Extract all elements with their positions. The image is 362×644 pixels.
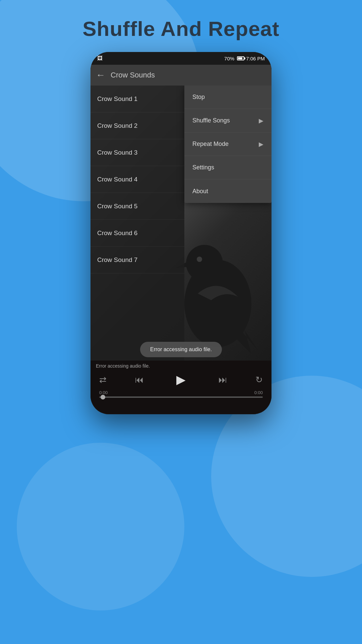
progress-thumb[interactable] <box>101 395 105 399</box>
song-item-label-1: Crow Sound 1 <box>97 95 137 103</box>
song-item-5[interactable]: Crow Sound 5 <box>90 193 184 220</box>
back-button[interactable]: ← <box>96 70 105 80</box>
play-button[interactable]: ▶ <box>172 371 190 389</box>
battery-fill <box>238 57 242 59</box>
menu-shuffle-label: Shuffle Songs <box>192 117 230 124</box>
menu-item-repeat[interactable]: Repeat Mode ▶ <box>184 132 272 156</box>
content-area: Crow Sound 1 Crow Sound 2 Crow Sound 3 C… <box>90 86 272 361</box>
repeat-arrow-icon: ▶ <box>259 141 263 148</box>
prev-button[interactable]: ⏮ <box>135 375 144 385</box>
progress-bar[interactable] <box>99 396 263 398</box>
shuffle-button[interactable]: ⇄ <box>99 375 107 385</box>
battery-icon <box>237 56 244 60</box>
player-error-text: Error accessing audio file. <box>96 363 266 369</box>
menu-about-label: About <box>192 188 208 195</box>
context-menu: Stop Shuffle Songs ▶ Repeat Mode ▶ Setti… <box>184 86 272 203</box>
screen: ← Crow Sounds <box>90 65 272 414</box>
song-item-label-3: Crow Sound 3 <box>97 149 137 156</box>
svg-point-3 <box>197 257 202 262</box>
song-item-1[interactable]: Crow Sound 1 <box>90 86 184 112</box>
phone-frame: 🖼 70% 7:06 PM ← Crow Sounds <box>90 52 272 414</box>
clock: 7:06 PM <box>246 56 265 61</box>
player-controls: ⇄ ⏮ ▶ ⏭ ↻ <box>96 371 266 389</box>
battery-percent: 70% <box>224 56 234 61</box>
song-item-label-5: Crow Sound 5 <box>97 203 137 210</box>
photo-icon: 🖼 <box>97 55 103 61</box>
time-end: 0:00 <box>254 390 263 395</box>
app-bar: ← Crow Sounds <box>90 65 272 86</box>
menu-item-shuffle[interactable]: Shuffle Songs ▶ <box>184 109 272 132</box>
song-item-label-2: Crow Sound 2 <box>97 122 137 129</box>
menu-item-about[interactable]: About <box>184 179 272 203</box>
status-right: 70% 7:06 PM <box>224 56 265 61</box>
song-item-2[interactable]: Crow Sound 2 <box>90 112 184 139</box>
song-list: Crow Sound 1 Crow Sound 2 Crow Sound 3 C… <box>90 86 184 361</box>
song-item-label-7: Crow Sound 7 <box>97 256 137 264</box>
song-item-label-4: Crow Sound 4 <box>97 176 137 183</box>
status-left: 🖼 <box>97 55 103 61</box>
menu-settings-label: Settings <box>192 164 214 171</box>
player-bar: Error accessing audio file. ⇄ ⏮ ▶ ⏭ ↻ 0:… <box>90 361 272 414</box>
svg-point-1 <box>186 245 223 282</box>
time-row: 0:00 0:00 <box>96 390 266 395</box>
error-toast: Error accessing audio file. <box>140 342 222 357</box>
song-item-label-6: Crow Sound 6 <box>97 229 137 237</box>
page-title: Shuffle And Repeat <box>0 17 362 41</box>
bg-decoration-3 <box>17 443 184 610</box>
song-item-6[interactable]: Crow Sound 6 <box>90 220 184 247</box>
shuffle-arrow-icon: ▶ <box>259 117 263 124</box>
time-start: 0:00 <box>99 390 108 395</box>
menu-item-settings[interactable]: Settings <box>184 156 272 179</box>
menu-item-stop[interactable]: Stop <box>184 86 272 109</box>
repeat-button[interactable]: ↻ <box>255 375 263 385</box>
menu-repeat-label: Repeat Mode <box>192 141 229 148</box>
song-item-4[interactable]: Crow Sound 4 <box>90 166 184 193</box>
phone-notch <box>151 52 211 61</box>
song-item-7[interactable]: Crow Sound 7 <box>90 247 184 273</box>
menu-stop-label: Stop <box>192 94 205 101</box>
next-button[interactable]: ⏭ <box>219 375 227 385</box>
play-icon: ▶ <box>176 373 186 387</box>
song-item-3[interactable]: Crow Sound 3 <box>90 139 184 166</box>
app-bar-title: Crow Sounds <box>111 71 155 79</box>
